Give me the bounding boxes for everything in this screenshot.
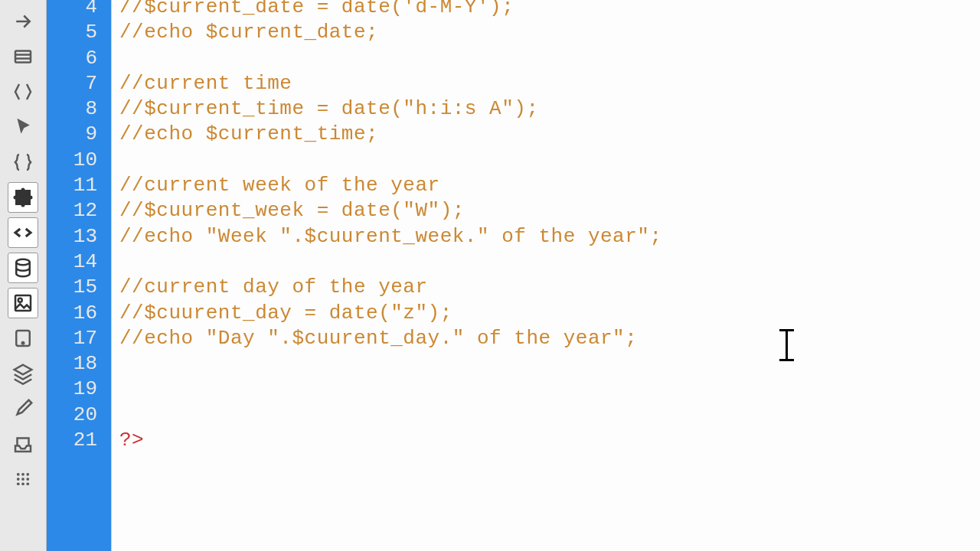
code-line[interactable]	[119, 46, 980, 71]
code-line[interactable]	[119, 148, 980, 173]
code-line[interactable]: ?>	[119, 428, 980, 453]
line-number: 7	[85, 71, 97, 96]
line-number: 15	[74, 275, 97, 300]
grid-icon[interactable]	[8, 464, 38, 494]
tray-icon[interactable]	[8, 429, 38, 459]
svg-point-9	[17, 478, 20, 481]
line-number: 10	[74, 148, 97, 173]
puzzle-icon[interactable]	[8, 182, 38, 213]
svg-point-6	[17, 473, 20, 476]
code-line[interactable]	[119, 249, 980, 275]
vertical-toolbar	[0, 0, 47, 551]
brush-icon[interactable]	[8, 393, 38, 424]
line-number: 20	[74, 403, 97, 428]
line-number: 11	[74, 173, 97, 198]
svg-point-7	[21, 473, 24, 476]
image-icon[interactable]	[8, 288, 38, 318]
line-number: 8	[85, 96, 97, 122]
code-line[interactable]: //current week of the year	[119, 173, 980, 198]
svg-rect-2	[15, 295, 31, 311]
svg-point-14	[26, 482, 29, 485]
line-number: 13	[74, 224, 97, 249]
code-icon[interactable]	[8, 217, 38, 248]
svg-rect-0	[15, 51, 31, 63]
svg-point-1	[16, 259, 30, 266]
code-editor[interactable]: //$current_date = date('d-M-Y');//echo $…	[111, 0, 980, 551]
code-line[interactable]	[119, 351, 980, 377]
svg-point-13	[21, 482, 24, 485]
code-line[interactable]: //current day of the year	[119, 275, 980, 300]
code-line[interactable]: //$cuurent_day = date("z");	[119, 301, 980, 326]
code-line[interactable]	[119, 377, 980, 402]
line-number: 12	[74, 198, 97, 223]
line-number: 6	[85, 46, 97, 71]
arrow-icon[interactable]	[8, 6, 38, 37]
line-number: 14	[74, 249, 97, 275]
device-icon[interactable]	[8, 323, 38, 354]
braces-icon[interactable]	[8, 147, 38, 178]
line-number: 17	[74, 326, 97, 351]
film-icon[interactable]	[8, 41, 38, 72]
code-line[interactable]: //echo $current_date;	[119, 20, 980, 45]
line-number: 9	[85, 122, 97, 147]
code-line[interactable]: //$current_time = date("h:i:s A");	[119, 96, 980, 122]
line-number: 4	[85, 0, 97, 20]
line-number: 21	[74, 428, 97, 453]
code-line[interactable]: //current time	[119, 71, 980, 96]
code-line[interactable]: //$current_date = date('d-M-Y');	[119, 0, 980, 20]
line-number: 5	[85, 20, 97, 45]
svg-point-3	[18, 298, 22, 302]
cursor-icon[interactable]	[8, 112, 38, 142]
code-line[interactable]: //echo "Week ".$cuurent_week." of the ye…	[119, 224, 980, 249]
line-number: 19	[74, 377, 97, 402]
code-line[interactable]: //$cuurent_week = date("W");	[119, 198, 980, 223]
text-cursor	[786, 329, 788, 361]
line-number: 18	[74, 351, 97, 377]
svg-point-11	[26, 478, 29, 481]
code-line[interactable]: //echo "Day ".$cuurent_day." of the year…	[119, 326, 980, 351]
code-line[interactable]	[119, 403, 980, 428]
layers-icon[interactable]	[8, 358, 38, 389]
svg-point-12	[17, 482, 20, 485]
line-number-gutter: 456789101112131415161718192021	[47, 0, 111, 551]
code-line[interactable]: //echo $current_time;	[119, 122, 980, 147]
line-number: 16	[74, 301, 97, 326]
svg-point-8	[26, 473, 29, 476]
svg-point-10	[21, 478, 24, 481]
squeeze-icon[interactable]	[8, 77, 38, 107]
db-icon[interactable]	[8, 253, 38, 283]
svg-point-5	[22, 342, 24, 344]
